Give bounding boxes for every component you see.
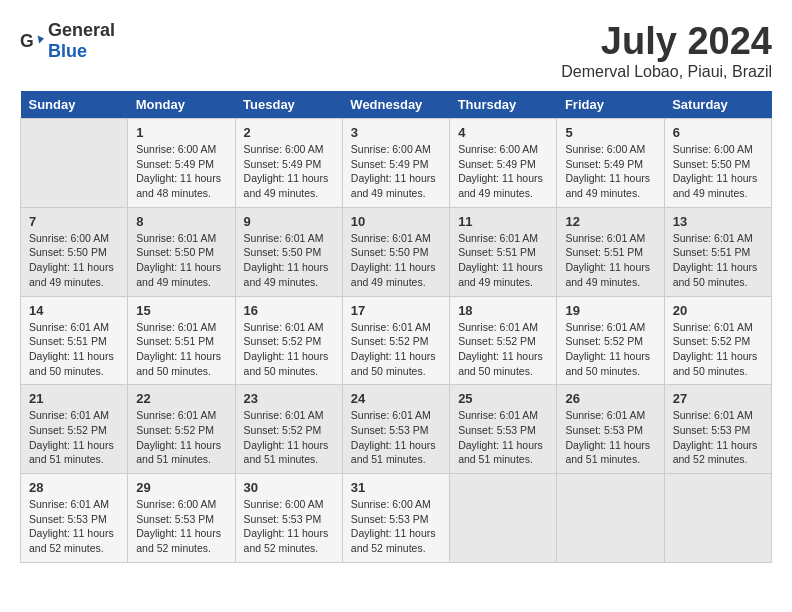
day-info: Sunrise: 6:00 AM Sunset: 5:50 PM Dayligh… bbox=[29, 231, 119, 290]
day-number: 12 bbox=[565, 214, 655, 229]
day-cell: 4Sunrise: 6:00 AM Sunset: 5:49 PM Daylig… bbox=[450, 119, 557, 208]
day-cell: 6Sunrise: 6:00 AM Sunset: 5:50 PM Daylig… bbox=[664, 119, 771, 208]
header-cell-wednesday: Wednesday bbox=[342, 91, 449, 119]
day-number: 11 bbox=[458, 214, 548, 229]
day-info: Sunrise: 6:01 AM Sunset: 5:52 PM Dayligh… bbox=[351, 320, 441, 379]
title-area: July 2024 Demerval Lobao, Piaui, Brazil bbox=[561, 20, 772, 81]
day-number: 10 bbox=[351, 214, 441, 229]
day-number: 29 bbox=[136, 480, 226, 495]
day-number: 19 bbox=[565, 303, 655, 318]
day-number: 9 bbox=[244, 214, 334, 229]
day-cell: 25Sunrise: 6:01 AM Sunset: 5:53 PM Dayli… bbox=[450, 385, 557, 474]
week-row-3: 14Sunrise: 6:01 AM Sunset: 5:51 PM Dayli… bbox=[21, 296, 772, 385]
day-info: Sunrise: 6:01 AM Sunset: 5:52 PM Dayligh… bbox=[244, 408, 334, 467]
day-cell: 20Sunrise: 6:01 AM Sunset: 5:52 PM Dayli… bbox=[664, 296, 771, 385]
day-info: Sunrise: 6:00 AM Sunset: 5:49 PM Dayligh… bbox=[565, 142, 655, 201]
day-number: 22 bbox=[136, 391, 226, 406]
day-number: 27 bbox=[673, 391, 763, 406]
day-number: 26 bbox=[565, 391, 655, 406]
day-cell: 16Sunrise: 6:01 AM Sunset: 5:52 PM Dayli… bbox=[235, 296, 342, 385]
week-row-4: 21Sunrise: 6:01 AM Sunset: 5:52 PM Dayli… bbox=[21, 385, 772, 474]
day-number: 15 bbox=[136, 303, 226, 318]
day-info: Sunrise: 6:01 AM Sunset: 5:52 PM Dayligh… bbox=[29, 408, 119, 467]
day-cell: 9Sunrise: 6:01 AM Sunset: 5:50 PM Daylig… bbox=[235, 207, 342, 296]
day-number: 20 bbox=[673, 303, 763, 318]
day-number: 28 bbox=[29, 480, 119, 495]
day-number: 14 bbox=[29, 303, 119, 318]
day-info: Sunrise: 6:01 AM Sunset: 5:51 PM Dayligh… bbox=[458, 231, 548, 290]
day-info: Sunrise: 6:01 AM Sunset: 5:53 PM Dayligh… bbox=[29, 497, 119, 556]
day-cell: 8Sunrise: 6:01 AM Sunset: 5:50 PM Daylig… bbox=[128, 207, 235, 296]
day-number: 18 bbox=[458, 303, 548, 318]
day-cell: 31Sunrise: 6:00 AM Sunset: 5:53 PM Dayli… bbox=[342, 474, 449, 563]
day-number: 30 bbox=[244, 480, 334, 495]
day-cell: 12Sunrise: 6:01 AM Sunset: 5:51 PM Dayli… bbox=[557, 207, 664, 296]
day-cell: 3Sunrise: 6:00 AM Sunset: 5:49 PM Daylig… bbox=[342, 119, 449, 208]
day-number: 16 bbox=[244, 303, 334, 318]
day-info: Sunrise: 6:01 AM Sunset: 5:51 PM Dayligh… bbox=[29, 320, 119, 379]
header-row: SundayMondayTuesdayWednesdayThursdayFrid… bbox=[21, 91, 772, 119]
day-info: Sunrise: 6:00 AM Sunset: 5:53 PM Dayligh… bbox=[136, 497, 226, 556]
day-cell: 13Sunrise: 6:01 AM Sunset: 5:51 PM Dayli… bbox=[664, 207, 771, 296]
day-info: Sunrise: 6:00 AM Sunset: 5:53 PM Dayligh… bbox=[351, 497, 441, 556]
week-row-2: 7Sunrise: 6:00 AM Sunset: 5:50 PM Daylig… bbox=[21, 207, 772, 296]
week-row-1: 1Sunrise: 6:00 AM Sunset: 5:49 PM Daylig… bbox=[21, 119, 772, 208]
day-info: Sunrise: 6:00 AM Sunset: 5:49 PM Dayligh… bbox=[458, 142, 548, 201]
day-cell: 2Sunrise: 6:00 AM Sunset: 5:49 PM Daylig… bbox=[235, 119, 342, 208]
day-cell bbox=[664, 474, 771, 563]
day-number: 31 bbox=[351, 480, 441, 495]
header: G General Blue July 2024 Demerval Lobao,… bbox=[20, 20, 772, 81]
day-cell bbox=[21, 119, 128, 208]
logo-blue: Blue bbox=[48, 41, 87, 61]
day-info: Sunrise: 6:01 AM Sunset: 5:50 PM Dayligh… bbox=[244, 231, 334, 290]
main-title: July 2024 bbox=[561, 20, 772, 63]
day-cell: 5Sunrise: 6:00 AM Sunset: 5:49 PM Daylig… bbox=[557, 119, 664, 208]
day-cell: 22Sunrise: 6:01 AM Sunset: 5:52 PM Dayli… bbox=[128, 385, 235, 474]
day-cell: 30Sunrise: 6:00 AM Sunset: 5:53 PM Dayli… bbox=[235, 474, 342, 563]
day-cell bbox=[557, 474, 664, 563]
day-info: Sunrise: 6:01 AM Sunset: 5:52 PM Dayligh… bbox=[136, 408, 226, 467]
day-number: 5 bbox=[565, 125, 655, 140]
day-info: Sunrise: 6:00 AM Sunset: 5:49 PM Dayligh… bbox=[351, 142, 441, 201]
day-number: 7 bbox=[29, 214, 119, 229]
day-number: 23 bbox=[244, 391, 334, 406]
logo-icon: G bbox=[20, 29, 44, 53]
day-info: Sunrise: 6:01 AM Sunset: 5:52 PM Dayligh… bbox=[244, 320, 334, 379]
day-cell bbox=[450, 474, 557, 563]
day-cell: 28Sunrise: 6:01 AM Sunset: 5:53 PM Dayli… bbox=[21, 474, 128, 563]
day-number: 24 bbox=[351, 391, 441, 406]
logo: G General Blue bbox=[20, 20, 115, 62]
day-info: Sunrise: 6:00 AM Sunset: 5:49 PM Dayligh… bbox=[136, 142, 226, 201]
day-info: Sunrise: 6:00 AM Sunset: 5:50 PM Dayligh… bbox=[673, 142, 763, 201]
day-cell: 24Sunrise: 6:01 AM Sunset: 5:53 PM Dayli… bbox=[342, 385, 449, 474]
day-info: Sunrise: 6:01 AM Sunset: 5:51 PM Dayligh… bbox=[673, 231, 763, 290]
svg-text:G: G bbox=[20, 31, 34, 51]
header-cell-thursday: Thursday bbox=[450, 91, 557, 119]
day-cell: 23Sunrise: 6:01 AM Sunset: 5:52 PM Dayli… bbox=[235, 385, 342, 474]
day-cell: 29Sunrise: 6:00 AM Sunset: 5:53 PM Dayli… bbox=[128, 474, 235, 563]
header-cell-tuesday: Tuesday bbox=[235, 91, 342, 119]
day-number: 6 bbox=[673, 125, 763, 140]
day-info: Sunrise: 6:01 AM Sunset: 5:51 PM Dayligh… bbox=[565, 231, 655, 290]
day-cell: 17Sunrise: 6:01 AM Sunset: 5:52 PM Dayli… bbox=[342, 296, 449, 385]
day-info: Sunrise: 6:01 AM Sunset: 5:52 PM Dayligh… bbox=[458, 320, 548, 379]
day-cell: 15Sunrise: 6:01 AM Sunset: 5:51 PM Dayli… bbox=[128, 296, 235, 385]
header-cell-saturday: Saturday bbox=[664, 91, 771, 119]
day-cell: 27Sunrise: 6:01 AM Sunset: 5:53 PM Dayli… bbox=[664, 385, 771, 474]
day-info: Sunrise: 6:00 AM Sunset: 5:53 PM Dayligh… bbox=[244, 497, 334, 556]
header-cell-sunday: Sunday bbox=[21, 91, 128, 119]
day-cell: 26Sunrise: 6:01 AM Sunset: 5:53 PM Dayli… bbox=[557, 385, 664, 474]
day-cell: 1Sunrise: 6:00 AM Sunset: 5:49 PM Daylig… bbox=[128, 119, 235, 208]
day-info: Sunrise: 6:00 AM Sunset: 5:49 PM Dayligh… bbox=[244, 142, 334, 201]
day-number: 17 bbox=[351, 303, 441, 318]
day-cell: 14Sunrise: 6:01 AM Sunset: 5:51 PM Dayli… bbox=[21, 296, 128, 385]
day-number: 8 bbox=[136, 214, 226, 229]
day-cell: 10Sunrise: 6:01 AM Sunset: 5:50 PM Dayli… bbox=[342, 207, 449, 296]
day-cell: 11Sunrise: 6:01 AM Sunset: 5:51 PM Dayli… bbox=[450, 207, 557, 296]
day-info: Sunrise: 6:01 AM Sunset: 5:52 PM Dayligh… bbox=[565, 320, 655, 379]
day-number: 2 bbox=[244, 125, 334, 140]
header-cell-friday: Friday bbox=[557, 91, 664, 119]
day-number: 1 bbox=[136, 125, 226, 140]
day-info: Sunrise: 6:01 AM Sunset: 5:50 PM Dayligh… bbox=[136, 231, 226, 290]
calendar-table: SundayMondayTuesdayWednesdayThursdayFrid… bbox=[20, 91, 772, 563]
